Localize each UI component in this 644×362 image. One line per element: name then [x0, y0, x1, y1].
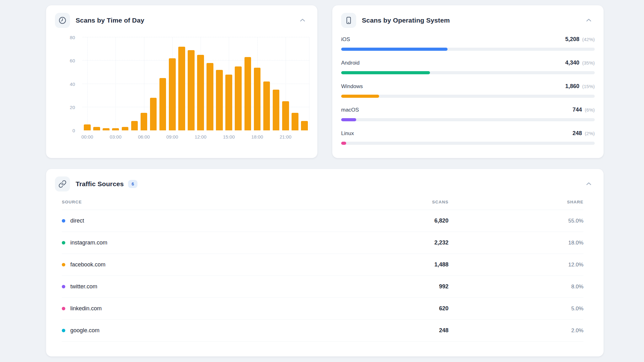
- card-scans-by-time-of-day: Scans by Time of Day 020406080 00:0003:0…: [46, 5, 318, 158]
- traffic-row-google.com: google.com2482.0%: [62, 320, 583, 342]
- bar-02:00: [103, 128, 110, 130]
- source-dot: [62, 329, 65, 332]
- traffic-rows: direct6,82055.0%instagram.com2,23218.0%f…: [62, 210, 583, 342]
- source-share: 8.0%: [448, 284, 583, 290]
- chart-x-axis: 00:0003:0006:0009:0012:0015:0018:0021:00: [83, 130, 309, 142]
- bar-16:00: [235, 66, 242, 130]
- chevron-up-icon: [299, 17, 306, 24]
- os-label: Android: [341, 60, 360, 66]
- bar-22:00: [292, 113, 298, 130]
- os-row-ios: iOS5,208(42%): [341, 36, 595, 51]
- chart-y-axis: 020406080: [62, 37, 78, 130]
- bar-slot: [177, 37, 186, 130]
- source-dot: [62, 285, 65, 288]
- source-dot: [62, 263, 65, 266]
- bar-18:00: [254, 68, 261, 130]
- bar-09:00: [169, 58, 176, 130]
- y-tick-label: 60: [70, 58, 75, 63]
- source-share: 5.0%: [448, 306, 583, 312]
- os-value: 744: [572, 107, 582, 113]
- top-row: Scans by Time of Day 020406080 00:0003:0…: [46, 5, 604, 158]
- bar-19:00: [263, 81, 270, 130]
- bar-slot: [243, 37, 252, 130]
- traffic-row-direct: direct6,82055.0%: [62, 210, 583, 232]
- column-header-share: SHARE: [448, 200, 583, 204]
- y-tick-label: 20: [70, 105, 75, 109]
- os-row-linux: Linux248(2%): [341, 130, 595, 145]
- os-value: 4,340: [565, 60, 579, 66]
- bar-13:00: [207, 63, 213, 130]
- source-name: facebook.com: [70, 261, 105, 268]
- bar-04:00: [122, 127, 129, 130]
- bar-21:00: [282, 101, 289, 130]
- bar-slot: [215, 37, 224, 130]
- source-share: 2.0%: [448, 328, 583, 334]
- x-tick-label: 12:00: [195, 134, 207, 139]
- traffic-table-header: SOURCE SCANS SHARE: [62, 200, 583, 210]
- source-share: 18.0%: [448, 240, 583, 246]
- os-progress-track: [341, 118, 595, 121]
- bar-slot: [92, 37, 101, 130]
- bar-slot: [149, 37, 158, 130]
- column-header-scans: SCANS: [383, 200, 448, 204]
- bar-12:00: [197, 55, 204, 130]
- bar-slot: [158, 37, 168, 130]
- os-card-collapse-button[interactable]: [583, 15, 594, 26]
- traffic-card-collapse-button[interactable]: [583, 179, 594, 189]
- source-scans: 620: [383, 305, 448, 312]
- bar-08:00: [159, 78, 166, 130]
- os-row-android: Android4,340(35%): [341, 60, 595, 74]
- x-tick-label: 03:00: [110, 134, 122, 139]
- bar-slot: [281, 37, 290, 130]
- bar-slot: [83, 37, 92, 130]
- bar-01:00: [93, 127, 100, 130]
- bar-20:00: [273, 90, 280, 130]
- bar-15:00: [225, 75, 232, 130]
- os-value: 1,860: [565, 83, 579, 90]
- os-card-header: Scans by Operating System: [332, 5, 604, 28]
- source-name: linkedin.com: [70, 305, 102, 312]
- os-row-windows: Windows1,860(15%): [341, 83, 595, 98]
- traffic-row-linkedin.com: linkedin.com6205.0%: [62, 298, 583, 320]
- time-card-header: Scans by Time of Day: [46, 5, 317, 28]
- time-card-collapse-button[interactable]: [297, 15, 308, 26]
- bar-slot: [262, 37, 271, 130]
- os-percent: (2%): [585, 131, 595, 136]
- os-percent: (15%): [582, 84, 595, 89]
- bar-11:00: [188, 50, 195, 130]
- bar-slot: [233, 37, 243, 130]
- bar-slot: [224, 37, 233, 130]
- os-progress-track: [341, 71, 595, 74]
- os-progress-fill: [341, 142, 346, 145]
- bar-06:00: [141, 113, 148, 130]
- os-percent: (35%): [582, 60, 595, 66]
- x-tick-label: 00:00: [81, 134, 93, 139]
- os-progress-fill: [341, 118, 356, 121]
- os-progress-fill: [341, 48, 448, 51]
- bar-slot: [168, 37, 177, 130]
- traffic-card-title: Traffic Sources: [76, 180, 124, 188]
- time-card-title: Scans by Time of Day: [76, 17, 144, 24]
- card-traffic-sources: Traffic Sources 6 SOURCE SCANS SHARE dir…: [46, 169, 604, 357]
- y-tick-label: 0: [72, 128, 75, 133]
- source-name: direct: [70, 218, 84, 224]
- analytics-dashboard: Scans by Time of Day 020406080 00:0003:0…: [0, 5, 644, 362]
- bar-03:00: [112, 128, 119, 130]
- column-header-source: SOURCE: [62, 200, 383, 204]
- source-scans: 1,488: [383, 261, 448, 268]
- traffic-row-facebook.com: facebook.com1,48812.0%: [62, 254, 583, 276]
- os-value: 248: [572, 130, 582, 137]
- source-name: google.com: [70, 327, 99, 334]
- x-tick-label: 18:00: [251, 134, 263, 139]
- os-card-title: Scans by Operating System: [362, 17, 450, 24]
- os-progress-track: [341, 95, 595, 98]
- traffic-row-twitter.com: twitter.com9928.0%: [62, 276, 583, 298]
- os-row-macos: macOS744(6%): [341, 107, 595, 121]
- bar-slot: [196, 37, 205, 130]
- x-tick-label: 09:00: [166, 134, 178, 139]
- source-scans: 248: [383, 327, 448, 334]
- os-progress-fill: [341, 71, 430, 74]
- traffic-row-instagram.com: instagram.com2,23218.0%: [62, 232, 583, 254]
- bar-07:00: [150, 98, 157, 130]
- bar-slot: [120, 37, 130, 130]
